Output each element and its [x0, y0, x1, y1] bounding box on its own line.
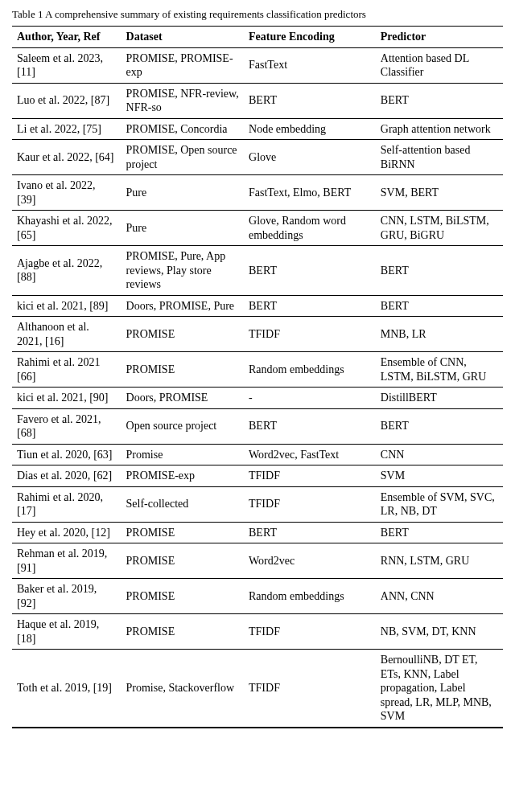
reference-link[interactable]: [89]	[89, 300, 108, 312]
reference-link[interactable]: [19]	[93, 682, 112, 694]
reference-link[interactable]: [62]	[93, 470, 112, 482]
cell-predictor: Graph attention network	[376, 118, 503, 140]
cell-predictor: NB, SVM, DT, KNN	[376, 614, 503, 650]
cell-feature: Node embedding	[244, 118, 376, 140]
header-dataset: Dataset	[122, 27, 245, 48]
table-row: Toth et al. 2019, [19]Promise, Stackover…	[12, 650, 503, 728]
cell-predictor: BERT	[376, 408, 503, 444]
table-row: Haque et al. 2019, [18]PROMISETFIDFNB, S…	[12, 614, 503, 650]
cell-feature: BERT	[244, 522, 376, 543]
cell-predictor: Ensemble of CNN, LSTM, BiLSTM, GRU	[376, 352, 503, 388]
table-caption: Table 1 A comprehensive summary of exist…	[12, 8, 503, 21]
reference-link[interactable]: [11]	[17, 66, 35, 78]
author-text: Baker et al. 2019,	[17, 583, 97, 595]
author-text: Rahimi et al. 2021	[17, 356, 100, 368]
reference-link[interactable]: [17]	[17, 505, 35, 517]
table-row: Baker et al. 2019, [92]PROMISERandom emb…	[12, 579, 503, 614]
cell-dataset: PROMISE	[122, 543, 245, 579]
cell-predictor: SVM, BERT	[376, 175, 503, 211]
cell-feature: FastText	[244, 47, 376, 83]
cell-feature: BERT	[244, 295, 376, 317]
reference-link[interactable]: [66]	[17, 371, 35, 383]
reference-link[interactable]: [92]	[17, 597, 35, 609]
cell-author: Ajagbe et al. 2022, [88]	[12, 246, 122, 296]
cell-feature: BERT	[244, 408, 376, 444]
cell-author: Luo et al. 2022, [87]	[12, 83, 122, 118]
cell-dataset: Open source project	[122, 408, 245, 444]
cell-predictor: BERT	[376, 246, 503, 296]
cell-dataset: PROMISE, Pure, App reviews, Play store r…	[122, 246, 245, 296]
reference-link[interactable]: [18]	[17, 633, 35, 645]
cell-predictor: Attention based DL Classifier	[376, 47, 503, 83]
table-row: Ajagbe et al. 2022, [88]PROMISE, Pure, A…	[12, 246, 503, 296]
cell-author: Li et al. 2022, [75]	[12, 118, 122, 140]
cell-dataset: Promise, Stackoverflow	[122, 650, 245, 728]
table-row: Althanoon et al. 2021, [16]PROMISETFIDFM…	[12, 317, 503, 352]
reference-link[interactable]: [65]	[17, 229, 35, 241]
cell-dataset: Self-collected	[122, 486, 245, 522]
reference-link[interactable]: [90]	[89, 392, 108, 404]
author-text: Ivano et al. 2022,	[17, 179, 96, 191]
cell-feature: FastText, Elmo, BERT	[244, 175, 376, 211]
author-text: kici et al. 2021,	[17, 392, 89, 404]
cell-predictor: BERT	[376, 522, 503, 543]
reference-link[interactable]: [39]	[17, 194, 35, 206]
reference-link[interactable]: [63]	[93, 449, 112, 461]
header-predictor: Predictor	[376, 27, 503, 48]
author-text: kici et al. 2021,	[17, 300, 89, 312]
cell-predictor: ANN, CNN	[376, 579, 503, 614]
cell-feature: TFIDF	[244, 317, 376, 352]
author-text: Favero et al. 2021,	[17, 413, 101, 425]
table-header-row: Author, Year, Ref Dataset Feature Encodi…	[12, 27, 503, 48]
author-text: Hey et al. 2020,	[17, 527, 92, 539]
cell-feature: Glove, Random word embeddings	[244, 211, 376, 246]
cell-author: Rehman et al. 2019, [91]	[12, 543, 122, 579]
cell-dataset: PROMISE	[122, 352, 245, 388]
cell-author: Dias et al. 2020, [62]	[12, 465, 122, 487]
table-row: Rahimi et al. 2021 [66]PROMISERandom emb…	[12, 352, 503, 388]
cell-feature: Word2vec, FastText	[244, 444, 376, 465]
cell-predictor: BERT	[376, 83, 503, 118]
cell-dataset: PROMISE, PROMISE-exp	[122, 47, 245, 83]
cell-feature: TFIDF	[244, 614, 376, 650]
reference-link[interactable]: [91]	[17, 562, 35, 574]
table-row: Ivano et al. 2022, [39]PureFastText, Elm…	[12, 175, 503, 211]
table-row: Dias et al. 2020, [62]PROMISE-expTFIDFSV…	[12, 465, 503, 487]
cell-predictor: DistillBERT	[376, 388, 503, 409]
author-text: Ajagbe et al. 2022,	[17, 257, 102, 269]
reference-link[interactable]: [75]	[83, 123, 101, 135]
table-row: kici et al. 2021, [90]Doors, PROMISE-Dis…	[12, 388, 503, 409]
author-text: Kaur et al. 2022,	[17, 151, 95, 163]
author-text: Li et al. 2022,	[17, 123, 83, 135]
cell-dataset: Doors, PROMISE	[122, 388, 245, 409]
table-row: Li et al. 2022, [75]PROMISE, ConcordiaNo…	[12, 118, 503, 140]
cell-dataset: Doors, PROMISE, Pure	[122, 295, 245, 317]
cell-dataset: PROMISE	[122, 522, 245, 543]
header-author: Author, Year, Ref	[12, 27, 122, 48]
cell-author: kici et al. 2021, [89]	[12, 295, 122, 317]
reference-link[interactable]: [12]	[92, 527, 110, 539]
cell-feature: BERT	[244, 83, 376, 118]
reference-link[interactable]: [88]	[17, 271, 35, 283]
cell-feature: BERT	[244, 246, 376, 296]
cell-dataset: Pure	[122, 175, 245, 211]
table-row: Saleem et al. 2023, [11]PROMISE, PROMISE…	[12, 47, 503, 83]
cell-dataset: Promise	[122, 444, 245, 465]
reference-link[interactable]: [68]	[17, 427, 35, 439]
cell-author: Tiun et al. 2020, [63]	[12, 444, 122, 465]
reference-link[interactable]: [64]	[95, 151, 113, 163]
reference-link[interactable]: [16]	[45, 335, 64, 347]
cell-predictor: BERT	[376, 295, 503, 317]
author-text: Tiun et al. 2020,	[17, 449, 93, 461]
table-row: Favero et al. 2021, [68]Open source proj…	[12, 408, 503, 444]
cell-author: Althanoon et al. 2021, [16]	[12, 317, 122, 352]
cell-feature: TFIDF	[244, 650, 376, 728]
reference-link[interactable]: [87]	[91, 94, 109, 106]
author-text: Luo et al. 2022,	[17, 94, 91, 106]
table-row: Rahimi et al. 2020, [17]Self-collectedTF…	[12, 486, 503, 522]
cell-feature: TFIDF	[244, 486, 376, 522]
cell-predictor: BernoulliNB, DT ET, ETs, KNN, Label prop…	[376, 650, 503, 728]
cell-predictor: CNN	[376, 444, 503, 465]
cell-dataset: PROMISE	[122, 614, 245, 650]
table-row: Tiun et al. 2020, [63]PromiseWord2vec, F…	[12, 444, 503, 465]
